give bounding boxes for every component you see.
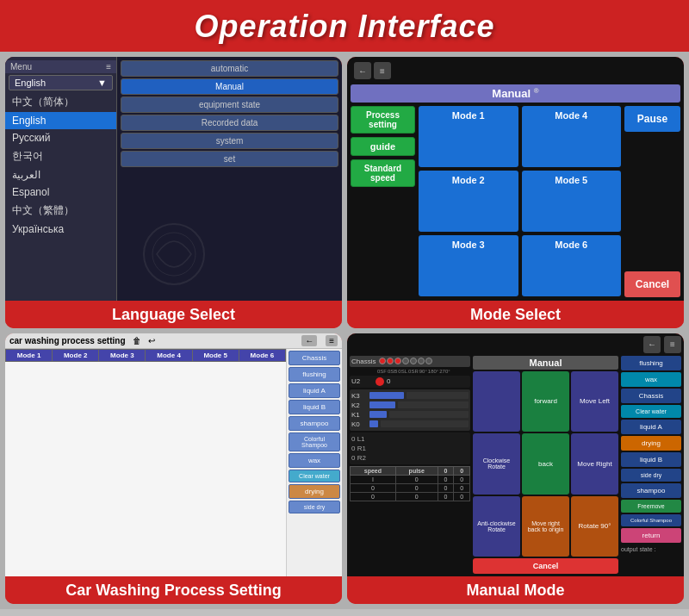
- manual-cancel-button[interactable]: Cancel: [473, 558, 618, 574]
- mr-return-button[interactable]: return: [621, 528, 681, 543]
- mode-menu-icon[interactable]: ≡: [374, 62, 391, 79]
- wash-btn-clear-water[interactable]: Clear water: [289, 470, 340, 482]
- language-select-panel: Menu ≡ English ▼ 中文（简体） English Русский …: [5, 57, 342, 328]
- wash-top-bar: car washing process setting 🗑 ↩ ← ≡: [5, 333, 342, 349]
- move-left-button[interactable]: Move Left: [571, 371, 618, 432]
- v1-cell-1: 0: [438, 475, 454, 483]
- language-dropdown[interactable]: English ▼: [9, 75, 113, 90]
- manual-back-icon[interactable]: ←: [643, 336, 661, 353]
- mr-drying-button[interactable]: drying: [621, 436, 681, 451]
- guide-button[interactable]: guide: [351, 137, 415, 156]
- mode2-button[interactable]: Mode 2: [419, 171, 518, 232]
- clockwise-rotate-button[interactable]: Clockwise Rotate: [473, 433, 520, 495]
- lang-item-ukrainian[interactable]: Українська: [5, 221, 116, 238]
- mode6-button[interactable]: Mode 6: [522, 235, 622, 296]
- standard-speed-button[interactable]: Standard speed: [351, 159, 415, 187]
- k0-label: K0: [351, 420, 367, 428]
- speed-cell-2: 0: [351, 483, 396, 492]
- manual-mode-screen: ← ≡ Chassis: [347, 333, 684, 577]
- chassis-dot-4: [402, 358, 409, 364]
- wash-btn-wax[interactable]: wax: [289, 453, 340, 468]
- car-washing-label: Car Washing Process Setting: [5, 576, 342, 604]
- anti-clockwise-button[interactable]: Anti-clockwise Rotate: [473, 496, 520, 557]
- lang-item-english[interactable]: English: [5, 112, 116, 129]
- wash-btn-flushing[interactable]: flushing: [289, 367, 340, 382]
- wash-btn-liquid-b[interactable]: liquid B: [289, 400, 340, 414]
- l-rows: 0 L1 0 R1 0 R2: [350, 432, 470, 464]
- mode5-button[interactable]: Mode 5: [522, 171, 622, 232]
- wash-delete-icon[interactable]: 🗑: [133, 336, 141, 345]
- back-button[interactable]: back: [522, 433, 569, 495]
- k1-row: K1: [351, 410, 469, 420]
- wash-nav-back-icon[interactable]: ←: [301, 335, 317, 346]
- wash-btn-shampoo[interactable]: shampoo: [289, 416, 340, 431]
- wash-btn-side-dry[interactable]: side dry: [289, 501, 340, 513]
- mr-wax-button[interactable]: wax: [621, 372, 681, 387]
- car-washing-panel: car washing process setting 🗑 ↩ ← ≡ Mode…: [5, 333, 342, 605]
- move-right-origin-button[interactable]: Move right back to origin: [522, 496, 569, 557]
- val1-col: 0: [438, 466, 454, 475]
- mode4-button[interactable]: Mode 4: [522, 106, 622, 167]
- mode-back-icon[interactable]: ←: [354, 62, 371, 79]
- cancel-button[interactable]: Cancel: [624, 271, 680, 297]
- nav-equipment-state[interactable]: equipment state: [121, 96, 338, 113]
- forward-button[interactable]: forward: [522, 371, 569, 432]
- mode-right-buttons: Pause Cancel: [624, 106, 680, 296]
- lang-item-russian[interactable]: Русский: [5, 129, 116, 146]
- wash-table-wrapper: Mode 1 Mode 2 Mode 3 Mode 4 Mode 5 Mode …: [5, 349, 342, 577]
- manual-menu-icon[interactable]: ≡: [664, 336, 681, 353]
- mr-colorful-shampoo-button[interactable]: Colorful Shampoo: [621, 514, 681, 526]
- mr-liquid-b-button[interactable]: liquid B: [621, 452, 681, 467]
- wash-btn-colorful-shampoo[interactable]: Colorful Shampoo: [289, 432, 340, 451]
- move-right-button[interactable]: Move Right: [571, 433, 618, 495]
- wash-btn-drying[interactable]: drying: [289, 484, 340, 499]
- lang-item-chinese-simplified[interactable]: 中文（简体）: [5, 92, 116, 112]
- lang-item-korean[interactable]: 한국어: [5, 146, 116, 166]
- dropdown-value: English: [15, 78, 46, 88]
- language-nav: automatic Manual equipment state Recorde…: [117, 57, 342, 301]
- v2-cell-3: 0: [454, 492, 470, 501]
- lang-item-arabic[interactable]: العربية: [5, 166, 116, 184]
- pause-button[interactable]: Pause: [624, 106, 680, 132]
- mr-shampoo-button[interactable]: shampoo: [621, 483, 681, 498]
- mode3-button[interactable]: Mode 3: [419, 235, 518, 296]
- process-setting-button[interactable]: Process setting: [351, 106, 415, 134]
- page-title: Operation Interface: [0, 9, 689, 45]
- v2-cell-1: 0: [454, 475, 470, 483]
- mode-screen: ← ≡ Manual ® Process setting guide Stand…: [347, 57, 684, 301]
- r1-row: 0 R1: [351, 444, 469, 453]
- lang-item-chinese-traditional[interactable]: 中文（繁體）: [5, 201, 116, 221]
- k3-label: K3: [351, 392, 367, 400]
- wash-back-icon[interactable]: ↩: [148, 336, 155, 345]
- manual-right-section: flushing wax Chassis Clear water liquid …: [621, 356, 681, 575]
- mr-flushing-button[interactable]: flushing: [621, 356, 681, 370]
- speed-col: speed: [351, 466, 396, 475]
- col-header-mode3: Mode 3: [99, 349, 146, 361]
- u2-row: U2 0: [350, 376, 470, 388]
- chassis-dot-6: [418, 358, 425, 364]
- mr-freemove-button[interactable]: Freemove: [621, 500, 681, 513]
- mode-left-buttons: Process setting guide Standard speed: [351, 106, 415, 296]
- wash-nav-menu-icon[interactable]: ≡: [326, 335, 338, 346]
- mr-chassis-button[interactable]: Chassis: [621, 389, 681, 403]
- mr-clear-water-button[interactable]: Clear water: [621, 405, 681, 418]
- nav-manual[interactable]: Manual: [121, 78, 338, 95]
- nav-set[interactable]: set: [121, 151, 338, 167]
- nav-recorded-data[interactable]: Recorded data: [121, 115, 338, 131]
- mr-side-dry-button[interactable]: side dry: [621, 469, 681, 482]
- rotate-90-button[interactable]: Rotate 90°: [571, 496, 618, 557]
- nav-automatic[interactable]: automatic: [121, 60, 338, 77]
- wash-btn-liquid-a[interactable]: liquid A: [289, 383, 340, 398]
- page-header: Operation Interface: [0, 0, 689, 52]
- mr-liquid-a-button[interactable]: liquid A: [621, 420, 681, 434]
- u2-label: U2: [351, 377, 373, 385]
- wash-right-buttons: Chassis flushing liquid A liquid B shamp…: [286, 349, 342, 577]
- nav-system[interactable]: system: [121, 133, 338, 149]
- menu-top-bar: Menu ≡: [5, 60, 116, 73]
- kx-rows: K3 K2 K1: [350, 389, 470, 431]
- output-state-label: output state :: [621, 546, 681, 552]
- mode1-button[interactable]: Mode 1: [419, 106, 518, 167]
- lang-item-spanish[interactable]: Espanol: [5, 184, 116, 201]
- menu-icons: ≡: [106, 62, 111, 72]
- wash-btn-chassis[interactable]: Chassis: [289, 351, 340, 365]
